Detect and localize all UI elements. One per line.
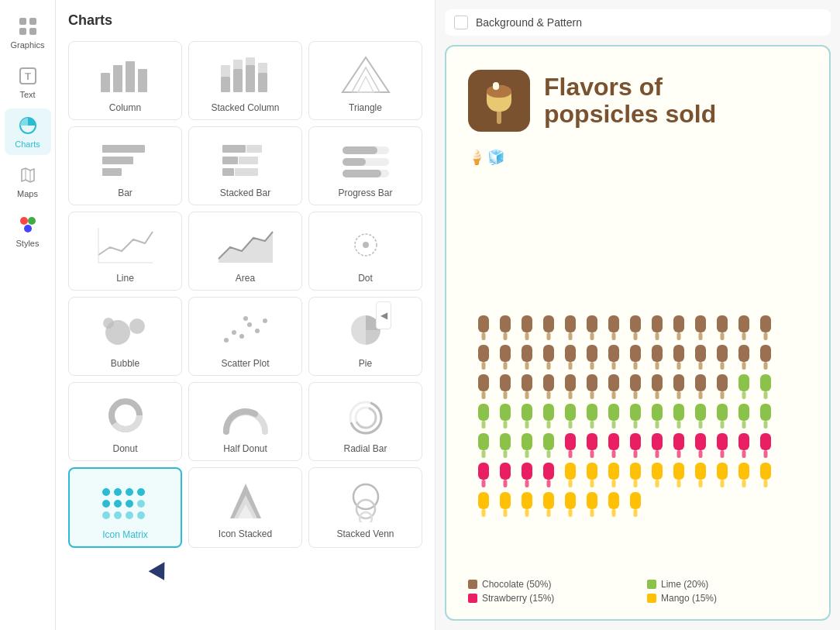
chart-label-radial-bar: Radial Bar: [343, 443, 387, 454]
sidebar-item-text-label: Text: [19, 90, 35, 99]
svg-marker-26: [358, 77, 374, 92]
legend-label-chocolate: Chocolate (50%): [482, 579, 551, 590]
chart-item-stacked-bar[interactable]: Stacked Bar: [188, 126, 302, 205]
svg-rect-91: [468, 306, 473, 311]
svg-point-70: [137, 500, 145, 508]
svg-point-56: [243, 316, 248, 321]
svg-rect-29: [102, 168, 122, 176]
chart-label-line: Line: [116, 273, 134, 284]
svg-point-10: [28, 217, 36, 225]
chart-item-scatter-plot[interactable]: Scatter Plot: [188, 297, 302, 376]
svg-rect-15: [138, 69, 147, 92]
legend-dot-mango: [647, 594, 656, 603]
legend-item-strawberry: Strawberry (15%): [468, 593, 628, 604]
chart-item-area[interactable]: Area: [188, 212, 302, 291]
svg-rect-89: [468, 306, 473, 311]
chart-item-line[interactable]: Line: [68, 212, 182, 291]
svg-point-68: [114, 500, 122, 508]
chart-item-icon-stacked[interactable]: Icon Stacked: [188, 467, 302, 548]
background-pattern-checkbox[interactable]: [454, 15, 468, 29]
svg-rect-34: [222, 168, 234, 176]
chart-label-area: Area: [236, 273, 255, 284]
styles-icon: [17, 214, 39, 236]
chart-label-dot: Dot: [358, 273, 373, 284]
chart-item-radial-bar[interactable]: Radial Bar: [308, 382, 422, 461]
chart-grid: Column Stacked Column: [68, 41, 422, 548]
svg-rect-23: [258, 63, 267, 73]
sidebar-item-styles[interactable]: Styles: [5, 208, 51, 254]
chart-label-icon-matrix: Icon Matrix: [102, 529, 148, 540]
legend-dot-chocolate: [468, 580, 477, 589]
chart-label-stacked-venn: Stacked Venn: [336, 528, 394, 539]
chart-preview-scatter-plot: [215, 307, 277, 353]
chart-preview-progress-bar: [335, 136, 397, 183]
popsicle-row-1: 🍦 🧊: [468, 150, 807, 164]
collapse-panel-button[interactable]: ◀: [376, 301, 391, 329]
sidebar-item-graphics[interactable]: Graphics: [5, 9, 51, 56]
popsicle-svg: [468, 306, 807, 570]
sidebar-item-charts[interactable]: Charts: [5, 108, 51, 155]
chart-preview-stacked-venn: [335, 477, 397, 524]
chart-item-pie[interactable]: Pie: [308, 297, 422, 376]
legend-dot-strawberry: [468, 594, 477, 603]
svg-rect-85: [468, 306, 473, 311]
chart-label-scatter-plot: Scatter Plot: [221, 358, 269, 369]
svg-rect-31: [246, 145, 262, 153]
charts-icon: [17, 115, 39, 136]
svg-point-46: [363, 242, 369, 248]
svg-rect-83: [487, 85, 511, 98]
chart-preview-triangle: [335, 51, 397, 98]
chart-preview-donut: [95, 392, 157, 439]
chart-item-bubble[interactable]: Bubble: [68, 297, 182, 376]
chart-label-stacked-bar: Stacked Bar: [220, 188, 270, 198]
chart-item-bar[interactable]: Bar: [68, 126, 182, 205]
popsicle: 🧊: [487, 150, 504, 164]
sidebar-item-text[interactable]: T Text: [5, 59, 51, 105]
popsicle-grid: 🍦 🧊: [468, 150, 807, 306]
preview-area: Background & Pattern Flavors ofpopsicles…: [435, 0, 840, 630]
charts-panel-title: Charts: [68, 12, 422, 29]
chart-item-stacked-column[interactable]: Stacked Column: [188, 41, 302, 120]
chart-item-triangle[interactable]: Triangle: [308, 41, 422, 120]
svg-rect-33: [239, 157, 258, 164]
svg-point-72: [114, 511, 122, 519]
chart-header: Flavors ofpopsicles sold: [468, 70, 807, 132]
popsicle: 🍦: [468, 150, 485, 164]
chart-label-donut: Donut: [112, 443, 137, 454]
svg-rect-37: [343, 146, 377, 154]
svg-point-9: [20, 217, 28, 225]
chart-item-half-donut[interactable]: Half Donut: [188, 382, 302, 461]
chart-preview-line: [95, 222, 157, 268]
sidebar-item-styles-label: Styles: [16, 239, 40, 248]
svg-point-49: [103, 318, 114, 329]
svg-text:T: T: [25, 71, 31, 82]
sidebar-item-charts-label: Charts: [15, 139, 40, 149]
svg-rect-12: [101, 73, 110, 92]
legend-item-chocolate: Chocolate (50%): [468, 579, 628, 590]
svg-rect-2: [19, 28, 26, 35]
chart-item-column[interactable]: Column: [68, 41, 182, 120]
chart-label-bubble: Bubble: [111, 358, 139, 369]
svg-rect-39: [343, 158, 366, 166]
svg-point-11: [24, 225, 32, 232]
legend-dot-lime: [647, 580, 656, 589]
chart-legend: Chocolate (50%) Lime (20%) Strawberry (1…: [468, 579, 807, 604]
chart-label-triangle: Triangle: [349, 102, 382, 113]
graphics-icon: [17, 15, 39, 37]
svg-point-55: [263, 318, 267, 323]
sidebar-item-maps[interactable]: Maps: [5, 158, 51, 205]
svg-rect-28: [102, 157, 133, 164]
svg-rect-92: [468, 311, 470, 318]
svg-rect-88: [468, 311, 470, 318]
chart-preview-stacked-bar: [215, 136, 277, 183]
chart-label-progress-bar: Progress Bar: [338, 188, 392, 198]
chart-item-stacked-venn[interactable]: Stacked Venn: [308, 467, 422, 548]
svg-point-73: [126, 511, 133, 519]
popsicle-icon-box: [468, 70, 530, 132]
chart-item-dot[interactable]: Dot: [308, 212, 422, 291]
svg-rect-87: [468, 306, 473, 311]
chart-preview-half-donut: [215, 392, 277, 439]
chart-item-progress-bar[interactable]: Progress Bar: [308, 126, 422, 205]
chart-item-icon-matrix[interactable]: Icon Matrix: [68, 467, 182, 548]
chart-item-donut[interactable]: Donut: [68, 382, 182, 461]
